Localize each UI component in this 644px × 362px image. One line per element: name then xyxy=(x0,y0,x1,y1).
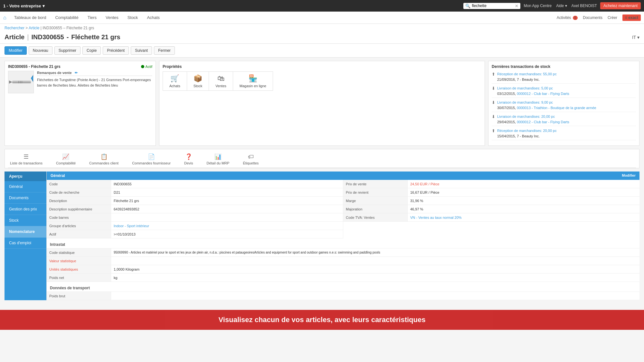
search-input[interactable] xyxy=(472,4,514,8)
documents-link[interactable]: Documents xyxy=(583,15,602,20)
trans-text: Réception de marchandises: 55,00 pc 21/0… xyxy=(497,71,557,82)
nav-comptabilite[interactable]: Comptabilité xyxy=(54,15,80,20)
tab-comptabilite[interactable]: 📈 Comptabilité xyxy=(54,152,78,166)
tab-label: Commandes fournisseur xyxy=(132,161,171,165)
precedent-button[interactable]: Précédent xyxy=(103,46,129,55)
company-name[interactable]: 1 - Votre entreprise ▾ xyxy=(3,4,45,8)
home-icon[interactable]: ⌂ xyxy=(3,15,6,21)
tab-commandes-client[interactable]: 📋 Commandes client xyxy=(87,152,120,166)
activities-link[interactable]: Activités 5 xyxy=(557,15,578,20)
sidebar-item-gestion-prix[interactable]: Gestion des prix xyxy=(5,204,46,215)
nav-ventes[interactable]: Ventes xyxy=(104,15,120,20)
tab-devis[interactable]: ❓ Devis xyxy=(182,152,195,166)
tabs-section: ☰ Liste de transactions 📈 Comptabilité 📋… xyxy=(5,149,639,168)
commandes-fournisseur-icon: 📄 xyxy=(148,153,155,160)
transactions-panel: Dernières transactions de stock ⬆ Récept… xyxy=(488,61,639,146)
svg-rect-3 xyxy=(12,81,31,82)
mon-app-centre-link[interactable]: Mon App Centre xyxy=(524,4,552,8)
nav-tiers[interactable]: Tiers xyxy=(86,15,98,20)
breadcrumb-article[interactable]: Article xyxy=(29,26,39,30)
creer-link[interactable]: Créer xyxy=(608,15,617,20)
navbar: ⌂ Tableaux de bord Comptabilité Tiers Ve… xyxy=(0,12,644,24)
trans-text: Livraison de marchandises: 9,00 pc 30/07… xyxy=(497,100,596,110)
form-row-code-stat: Code statistique 95069990 - Articles et … xyxy=(47,248,639,257)
search-box[interactable]: 🔍 ✕ xyxy=(463,3,520,9)
dart-svg xyxy=(9,72,33,93)
trans-text: Livraison de marchandises: 5,00 pc 03/12… xyxy=(497,86,569,96)
sidebar-item-stock[interactable]: Stock xyxy=(5,215,46,226)
achats-icon: 🛒 xyxy=(170,74,179,83)
detail-modifier-button[interactable]: Modifier xyxy=(622,173,636,178)
form-row-description-supp: Description supplémentaire 6439234893852 xyxy=(47,205,343,213)
ventes-label: Ventes xyxy=(215,84,226,88)
trans-link[interactable]: 0000013 - Triathlon - Boutique de la gra… xyxy=(517,106,596,110)
stock-icon: 📦 xyxy=(194,74,202,83)
main-content: IND300655 - Fléchette 21 grs Actif xyxy=(0,58,644,303)
value-groupe[interactable]: Indoor - Sport intérieur xyxy=(111,222,343,230)
sidebar-item-nomenclature[interactable]: Nomenclature xyxy=(5,226,46,237)
copie-button[interactable]: Copie xyxy=(82,46,101,55)
suivant-button[interactable]: Suivant xyxy=(131,46,152,55)
article-name: Fléchette 21 grs xyxy=(71,33,120,41)
label-description: Description xyxy=(47,197,111,205)
prop-magasin[interactable]: 🏪 Magasin en ligne xyxy=(233,71,273,91)
label-prix-revient: Prix de revient xyxy=(343,188,408,196)
form-right-col: Prix de vente 24,50 EUR / Pièce Prix de … xyxy=(343,180,639,238)
search-icon: 🔍 xyxy=(465,4,470,8)
sidebar-item-cas-emploi[interactable]: Cas d'emploi xyxy=(5,237,46,249)
achetez-button[interactable]: Achetez maintenant xyxy=(600,2,641,9)
prop-stock[interactable]: 📦 Stock xyxy=(187,71,209,91)
comptabilite-tab-icon: 📈 xyxy=(62,153,69,160)
modifier-button[interactable]: Modifier xyxy=(5,46,27,55)
article-panel-title: IND300655 - Fléchette 21 grs xyxy=(8,64,61,69)
aide-link[interactable]: Aide ▾ xyxy=(556,4,567,8)
label-unites-stat: Unités statistiques xyxy=(47,265,111,273)
transaction-row: ⬇ Livraison de marchandises: 9,00 pc 30/… xyxy=(492,100,636,112)
trans-link[interactable]: 0000012 - Club bar - Flying Darts xyxy=(517,92,569,96)
value-poids-net: kg xyxy=(111,274,639,282)
settings-icon[interactable]: IT ▾ xyxy=(632,35,639,40)
label-actif: Actif xyxy=(47,230,111,238)
sidebar-item-documents[interactable]: Documents xyxy=(5,192,46,204)
prop-achats[interactable]: 🛒 Achats xyxy=(163,71,187,91)
tab-transactions[interactable]: ☰ Liste de transactions xyxy=(8,152,44,166)
exact-logo: = exact xyxy=(622,14,641,21)
form-left-col: Code IND300655 Code de recherche D21 Des… xyxy=(47,180,343,238)
transport-section: Poids brut xyxy=(47,292,639,300)
prop-ventes[interactable]: 🛍 Ventes xyxy=(209,71,233,91)
reception-icon: ⬆ xyxy=(492,72,495,77)
action-bar: Modifier Nouveau Supprimer Copie Précéde… xyxy=(0,44,644,58)
breadcrumb-rechercher[interactable]: Rechercher xyxy=(5,26,24,30)
sidebar-item-general[interactable]: Général xyxy=(5,181,46,192)
tab-commandes-fournisseur[interactable]: 📄 Commandes fournisseur xyxy=(130,152,173,166)
tab-mrp[interactable]: 📊 Détail du MRP xyxy=(204,152,231,166)
nav-tableaux[interactable]: Tableaux de bord xyxy=(13,15,48,20)
fermer-button[interactable]: Fermer xyxy=(154,46,175,55)
livraison-icon: ⬇ xyxy=(492,100,495,105)
article-type: Article xyxy=(5,33,24,41)
proprietes-panel: Propriétés 🛒 Achats 📦 Stock 🛍 Ventes 🏪 M… xyxy=(159,61,485,146)
actif-badge: Actif xyxy=(141,65,152,69)
actif-dot xyxy=(141,65,144,68)
transport-section-title: Données de transport xyxy=(47,283,639,292)
sidebar-section-label: Aperçu xyxy=(5,172,46,181)
supprimer-button[interactable]: Supprimer xyxy=(54,46,80,55)
transaction-row: ⬆ Réception de marchandises: 20,00 pc 15… xyxy=(492,128,636,140)
nouveau-button[interactable]: Nouveau xyxy=(29,46,52,55)
article-info-panel: IND300655 - Fléchette 21 grs Actif xyxy=(5,61,156,146)
form-row-prix-vente: Prix de vente 24,50 EUR / Pièce xyxy=(343,180,639,188)
nav-stock[interactable]: Stock xyxy=(126,15,139,20)
value-tva[interactable]: VN - Ventes au taux normal 20% xyxy=(408,213,639,221)
edit-remarks-icon[interactable]: ✏ xyxy=(75,71,78,75)
value-description: Fléchette 21 grs xyxy=(111,197,343,205)
clear-search-icon[interactable]: ✕ xyxy=(515,4,518,8)
transactions-tab-icon: ☰ xyxy=(24,153,29,160)
nav-achats[interactable]: Achats xyxy=(146,15,161,20)
tab-etiquettes[interactable]: 🏷 Étiquettes xyxy=(241,152,260,166)
form-row-code: Code IND300655 xyxy=(47,180,343,188)
tab-label: Détail du MRP xyxy=(206,161,229,165)
transport-col: Poids brut xyxy=(47,292,639,300)
form-row-prix-revient: Prix de revient 16,67 EUR / Pièce xyxy=(343,188,639,197)
trans-link[interactable]: 0000012 - Club bar - Flying Darts xyxy=(517,120,569,124)
transaction-row: ⬇ Livraison de marchandises: 20,00 pc 29… xyxy=(492,114,636,126)
